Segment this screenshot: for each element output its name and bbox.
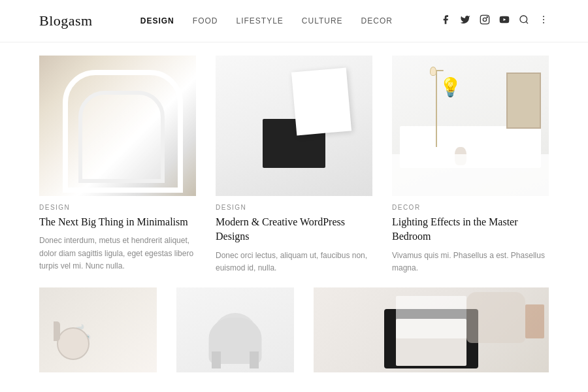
- nav-item-decor[interactable]: DECOR: [361, 16, 393, 25]
- article-2-image[interactable]: [216, 56, 372, 196]
- svg-point-2: [487, 17, 487, 18]
- articles-grid-top: DESIGN The Next Big Thing in Minimalism …: [39, 56, 549, 274]
- article-1-image[interactable]: [39, 56, 196, 196]
- nav-item-food[interactable]: FOOD: [193, 16, 218, 25]
- search-icon[interactable]: [519, 14, 529, 27]
- article-1-category: DESIGN: [39, 204, 196, 211]
- article-4-image[interactable]: [39, 287, 157, 372]
- svg-point-8: [543, 22, 544, 24]
- article-5-image[interactable]: [176, 287, 294, 372]
- article-2-excerpt: Donec orci lectus, aliquam ut, faucibus …: [216, 250, 372, 274]
- article-2: DESIGN Modern & Creative WordPress Desig…: [216, 56, 372, 274]
- twitter-icon[interactable]: [460, 14, 470, 27]
- article-4: [39, 287, 157, 372]
- article-1: DESIGN The Next Big Thing in Minimalism …: [39, 56, 196, 274]
- article-3-category: DECOR: [392, 204, 549, 211]
- article-3-image[interactable]: [392, 56, 549, 196]
- article-3-excerpt: Vivamus quis mi. Phasellus a est. Phasel…: [392, 250, 549, 274]
- article-3: DECOR Lighting Effects in the Master Bed…: [392, 56, 549, 274]
- article-2-category: DESIGN: [216, 204, 372, 211]
- svg-point-1: [483, 18, 486, 21]
- nav-item-design[interactable]: DESIGN: [140, 16, 174, 25]
- nav-item-lifestyle[interactable]: LIFESTYLE: [236, 16, 283, 25]
- main-content: DESIGN The Next Big Thing in Minimalism …: [0, 42, 588, 385]
- article-1-excerpt: Donec interdum, metus et hendrerit aliqu…: [39, 235, 196, 272]
- more-menu-icon[interactable]: [538, 14, 549, 27]
- article-3-title[interactable]: Lighting Effects in the Master Bedroom: [392, 215, 549, 244]
- bedroom-image: [392, 56, 549, 196]
- social-icons: [440, 14, 549, 27]
- main-nav: DESIGN FOOD LIFESTYLE CULTURE DECOR: [140, 16, 393, 25]
- svg-point-6: [543, 16, 544, 17]
- site-header: Blogasm DESIGN FOOD LIFESTYLE CULTURE DE…: [0, 0, 588, 42]
- svg-rect-0: [480, 15, 489, 24]
- article-6: [314, 287, 549, 372]
- article-5: [176, 287, 294, 372]
- youtube-icon[interactable]: [499, 14, 510, 27]
- site-logo[interactable]: Blogasm: [39, 12, 93, 29]
- svg-point-4: [520, 16, 527, 23]
- instagram-icon[interactable]: [480, 14, 490, 27]
- articles-grid-bottom: [39, 287, 549, 372]
- svg-line-5: [526, 22, 528, 24]
- staircase-image: [39, 56, 196, 196]
- article-1-title[interactable]: The Next Big Thing in Minimalism: [39, 215, 196, 229]
- article-2-title[interactable]: Modern & Creative WordPress Designs: [216, 215, 372, 244]
- notebook-image: [216, 56, 372, 196]
- facebook-icon[interactable]: [440, 14, 451, 27]
- nav-item-culture[interactable]: CULTURE: [302, 16, 343, 25]
- svg-point-7: [543, 19, 544, 20]
- article-6-image[interactable]: [314, 287, 549, 372]
